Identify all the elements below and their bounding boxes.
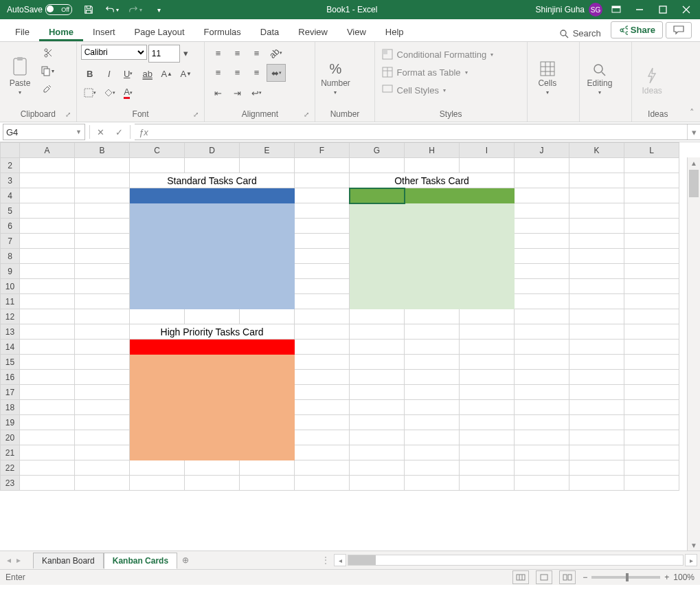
cell[interactable] — [350, 158, 405, 173]
row-header[interactable]: 15 — [1, 355, 20, 370]
borders-button[interactable]: ▾ — [81, 85, 99, 101]
vertical-scrollbar[interactable]: ▲ ▼ — [687, 157, 700, 551]
cell[interactable] — [515, 203, 569, 219]
row-header[interactable]: 10 — [1, 279, 20, 294]
cell[interactable] — [20, 309, 75, 324]
cell[interactable] — [75, 264, 130, 279]
cell[interactable] — [185, 203, 240, 219]
cell[interactable] — [624, 340, 679, 355]
cell[interactable] — [240, 340, 295, 355]
scroll-up-icon[interactable]: ▲ — [688, 157, 699, 168]
cell[interactable] — [460, 264, 515, 279]
row-header[interactable]: 8 — [1, 249, 20, 264]
cell[interactable] — [20, 385, 75, 400]
cell[interactable] — [569, 158, 624, 173]
cell[interactable] — [295, 385, 350, 400]
cell[interactable] — [460, 460, 515, 476]
cell[interactable] — [75, 460, 130, 476]
cell[interactable] — [240, 400, 295, 415]
cell[interactable] — [350, 385, 405, 400]
row-header[interactable]: 18 — [1, 400, 20, 415]
new-sheet-button[interactable]: ⊕ — [177, 555, 194, 565]
cell[interactable] — [460, 385, 515, 400]
ribbon-options-icon[interactable] — [607, 1, 626, 18]
cell[interactable] — [405, 294, 460, 309]
align-left-button[interactable]: ≡ — [209, 64, 227, 80]
cell[interactable] — [240, 355, 295, 370]
cell[interactable] — [350, 264, 405, 279]
cell[interactable] — [75, 173, 130, 188]
cell[interactable] — [569, 264, 624, 279]
hscroll-left-icon[interactable]: ◂ — [334, 554, 346, 566]
cell[interactable] — [185, 460, 240, 476]
cell[interactable] — [130, 309, 185, 324]
cell[interactable] — [460, 476, 515, 491]
cell[interactable] — [130, 430, 185, 445]
cell[interactable] — [20, 340, 75, 355]
formula-bar[interactable]: ƒx ▾ — [135, 124, 700, 140]
wrap-text-button[interactable]: ↩▾ — [247, 85, 265, 101]
cell[interactable] — [569, 294, 624, 309]
cell[interactable] — [460, 294, 515, 309]
clipboard-launcher-icon[interactable]: ⤢ — [64, 111, 72, 119]
cell[interactable] — [75, 324, 130, 340]
cell[interactable] — [20, 203, 75, 219]
cell[interactable] — [130, 249, 185, 264]
cell[interactable] — [460, 400, 515, 415]
cell[interactable] — [569, 400, 624, 415]
cell[interactable] — [405, 309, 460, 324]
tab-split-handle[interactable]: ⋮ — [317, 555, 334, 565]
cell[interactable] — [20, 249, 75, 264]
cell[interactable] — [569, 188, 624, 203]
cell[interactable] — [350, 203, 405, 219]
cell[interactable] — [624, 476, 679, 491]
cell[interactable] — [624, 264, 679, 279]
cell[interactable] — [130, 294, 185, 309]
cell[interactable] — [350, 430, 405, 445]
comments-button[interactable] — [666, 22, 692, 38]
cell[interactable] — [460, 249, 515, 264]
cell[interactable] — [75, 430, 130, 445]
collapse-ribbon-button[interactable]: ˄ — [684, 42, 700, 122]
save-icon[interactable] — [79, 1, 98, 18]
cell[interactable] — [460, 445, 515, 460]
cell[interactable] — [130, 355, 185, 370]
cell[interactable] — [130, 340, 185, 355]
cell[interactable] — [185, 385, 240, 400]
cell[interactable] — [240, 188, 295, 203]
cell[interactable] — [405, 445, 460, 460]
cell[interactable] — [569, 430, 624, 445]
row-header[interactable]: 23 — [1, 476, 20, 491]
cell[interactable] — [460, 219, 515, 234]
italic-button[interactable]: I — [100, 65, 118, 82]
cell[interactable] — [75, 476, 130, 491]
cell[interactable] — [460, 188, 515, 203]
cell[interactable] — [75, 188, 130, 203]
cell[interactable] — [130, 460, 185, 476]
cell[interactable] — [624, 294, 679, 309]
cell[interactable] — [624, 234, 679, 249]
cut-button[interactable] — [38, 45, 56, 61]
column-header[interactable]: B — [75, 143, 130, 158]
cell[interactable] — [20, 234, 75, 249]
cell[interactable] — [240, 264, 295, 279]
cell[interactable] — [405, 460, 460, 476]
cell[interactable] — [185, 400, 240, 415]
cell[interactable] — [569, 370, 624, 385]
cell[interactable] — [350, 476, 405, 491]
cell[interactable] — [405, 264, 460, 279]
cell[interactable] — [624, 173, 679, 188]
cell[interactable] — [405, 415, 460, 430]
cell[interactable] — [185, 294, 240, 309]
cell[interactable] — [185, 188, 240, 203]
cell[interactable] — [75, 400, 130, 415]
cell[interactable] — [350, 460, 405, 476]
cell[interactable] — [569, 476, 624, 491]
editing-button[interactable]: Editing▾ — [584, 45, 616, 96]
cell-styles-button[interactable]: Cell Styles▾ — [379, 83, 449, 97]
cell[interactable] — [20, 355, 75, 370]
cell[interactable] — [240, 415, 295, 430]
cell[interactable] — [515, 173, 569, 188]
cell[interactable] — [75, 158, 130, 173]
cell[interactable] — [515, 324, 569, 340]
